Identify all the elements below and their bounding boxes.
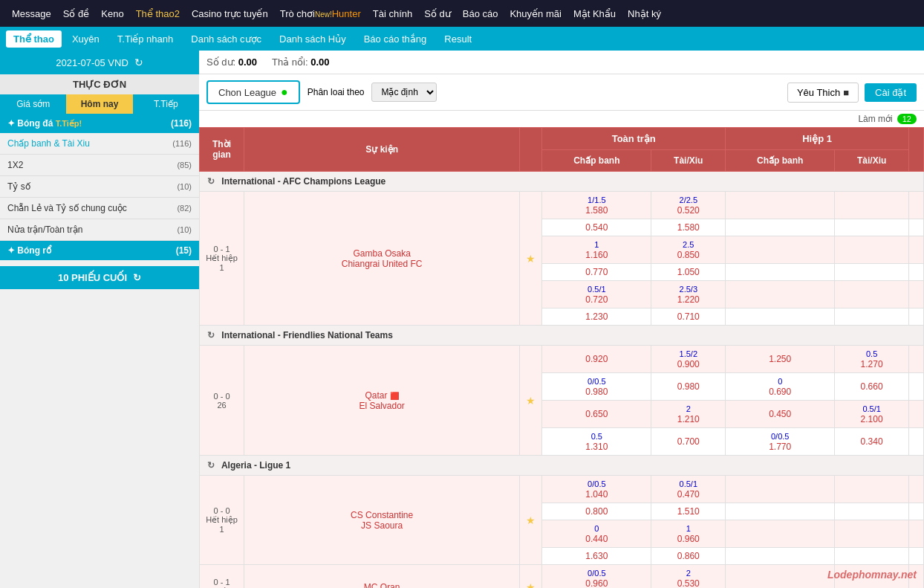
sidebar-item-1x2[interactable]: 1X2 (85) [0,155,199,176]
tai-odds-value[interactable]: 0.520 [677,205,700,216]
tai-odds-value[interactable]: 0.700 [677,436,700,447]
section-refresh-icon[interactable]: ↻ [207,330,215,340]
match-event-algeria-0: CS Constantine JS Saoura [244,476,520,565]
odds1-value[interactable]: 0.960 [585,578,608,588]
thanoi-value: 0.00 [310,56,329,68]
team2-link[interactable]: JS Saoura [361,520,403,531]
choose-league-button[interactable]: Chon League ● [206,80,300,104]
nav-tai-chinh[interactable]: Tài chính [367,8,418,19]
tai-odds-value[interactable]: 1.050 [677,267,700,277]
odds1-value[interactable]: 1.580 [585,205,608,216]
team1-link[interactable]: Qatar [365,390,387,401]
tab-hom-nay[interactable]: Hôm nay [66,94,132,114]
phieu-cuoi-refresh-icon[interactable]: ↻ [133,272,141,283]
cai-dat-button[interactable]: Cài đặt [865,83,917,102]
section-refresh-icon[interactable]: ↻ [207,176,215,187]
odds1-value[interactable]: 1.630 [585,551,608,561]
sidebar-bottom-phieu-cuoi[interactable]: 10 PHIẾU CUỐI ↻ [0,266,199,289]
nav-message[interactable]: Message [6,8,57,19]
team1-link[interactable]: MC Oran [364,582,400,589]
h1-odds1-value[interactable]: 1.770 [769,442,791,452]
tai-odds-value[interactable]: 1.210 [677,414,700,424]
section-title-algeria: ↻ Algeria - Ligue 1 [200,456,924,476]
nav-sode[interactable]: Số đề [57,8,96,19]
nav-so-du[interactable]: Số dư [418,8,457,19]
chap-cell: 0.540 [542,219,651,236]
nav2-ttiep-nhanh[interactable]: T.Tiếp nhanh [110,30,180,48]
tai-odds-value[interactable]: 0.960 [677,534,700,544]
nav-keno[interactable]: Keno [95,8,129,19]
h1-tai-odds-value[interactable]: 1.270 [861,359,883,369]
h1-odds1-value[interactable]: 1.250 [769,354,791,364]
nav-casino[interactable]: Casino trực tuyến [186,8,274,19]
refresh-icon[interactable]: ↻ [134,56,143,68]
h1-chap-cell: 0/0.5 1.770 [726,428,835,456]
nav2-danh-sach-huy[interactable]: Danh sách Hủy [272,30,354,48]
favorite-star-icon[interactable]: ★ [526,395,536,407]
nav-tro-choi[interactable]: Trò chơiNew!Hunter [274,8,367,19]
tai-odds-value[interactable]: 1.510 [677,506,700,517]
tai-odds-value[interactable]: 0.710 [677,311,700,322]
nav-bao-cao[interactable]: Báo cáo [457,8,504,19]
tab-ttiep[interactable]: T.Tiếp [133,94,199,114]
tai-odds-value[interactable]: 0.470 [677,489,700,500]
sidebar-item-ty-so[interactable]: Tỷ số (10) [0,176,199,198]
tai-odds-value[interactable]: 0.850 [677,250,700,260]
sidebar-item-nua-tran[interactable]: Nửa trận/Toàn trận (10) [0,219,199,241]
h1-odds1-value[interactable]: 0.690 [769,387,791,397]
odds1-value[interactable]: 1.230 [585,311,608,322]
odds1-value[interactable]: 0.920 [585,354,608,364]
odds1-value[interactable]: 0.980 [585,387,608,397]
odds1-value[interactable]: 1.160 [585,250,608,260]
odds1-value[interactable]: 0.800 [585,506,608,517]
nav-nhat-ky[interactable]: Nhật ký [622,8,667,19]
nav2-xuyen[interactable]: Xuyên [65,30,107,48]
nav2-result[interactable]: Result [437,30,479,48]
nav-khuyen-mai[interactable]: Khuyến mãi [504,8,567,19]
tai-odds-value[interactable]: 0.530 [677,578,700,588]
odds1-value[interactable]: 0.540 [585,222,608,233]
tai-odds-value[interactable]: 1.580 [677,222,700,233]
h1-tai-cell [835,548,909,565]
filter-select[interactable]: Mặc định [371,83,437,102]
nav-thethao2[interactable]: Thể thao2 [130,8,186,19]
category-bong-da-label: ✦ Bóng đá T.Tiếp! [7,118,82,129]
nav2-the-thao[interactable]: Thể thao [6,30,62,48]
team1-link[interactable]: CS Constantine [351,510,413,520]
h1-tai-odds-value[interactable]: 2.100 [861,414,883,424]
section-header-friendlies: ↻ International - Friendlies National Te… [200,326,924,346]
category-bong-ro[interactable]: ✦ Bóng rổ (15) [0,241,199,260]
odds1-value[interactable]: 1.040 [585,489,608,500]
yeu-thich-button[interactable]: Yêu Thich ■ [787,83,859,103]
favorite-star-icon[interactable]: ★ [526,253,536,265]
odds1-value[interactable]: 0.440 [585,534,608,544]
category-bong-da[interactable]: ✦ Bóng đá T.Tiếp! (116) [0,114,199,133]
favorite-star-icon[interactable]: ★ [526,514,536,526]
tro-choi-label: Trò chơi [280,8,315,19]
odds1-value[interactable]: 0.770 [585,267,608,277]
h1-tai-odds-value[interactable]: 0.660 [861,381,883,392]
team2-link[interactable]: Chiangrai United FC [342,259,423,269]
tai-handicap-value: 2 [686,404,691,413]
tai-odds-value[interactable]: 1.220 [677,294,700,305]
nav2-bao-cao-thang[interactable]: Báo cáo thắng [357,30,435,48]
sidebar-item-chap-banh[interactable]: Chấp banh & Tài Xiu (116) [0,133,199,155]
tai-odds-value[interactable]: 0.860 [677,551,700,561]
h1-chap-cell [726,565,835,589]
section-refresh-icon[interactable]: ↻ [207,460,215,471]
sidebar-item-chan-le[interactable]: Chẵn Lẻ và Tỷ số chung cuộc (82) [0,198,199,219]
odds1-value[interactable]: 0.720 [585,294,608,305]
team1-link[interactable]: Gamba Osaka [353,248,410,259]
odds1-value[interactable]: 1.310 [585,442,608,452]
extra-cell [909,520,924,548]
nav2-danh-sach-cuoc[interactable]: Danh sách cược [183,30,269,48]
favorite-star-icon[interactable]: ★ [526,581,536,589]
nav-mat-khau[interactable]: Mật Khẩu [567,8,622,19]
team2-link[interactable]: El Salvador [359,401,404,411]
tai-odds-value[interactable]: 0.980 [677,381,700,392]
h1-tai-odds-value[interactable]: 0.340 [861,436,883,447]
tai-odds-value[interactable]: 0.900 [677,359,700,369]
tab-gia-som[interactable]: Giá sớm [0,94,66,114]
odds1-value[interactable]: 0.650 [585,409,608,419]
h1-odds1-value[interactable]: 0.450 [769,409,791,419]
